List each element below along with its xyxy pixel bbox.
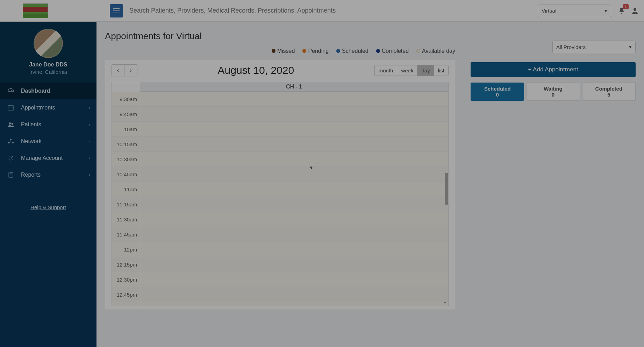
svg-point-2 [9,122,11,125]
calendar-view-switch: month week day list [374,65,449,76]
time-cell[interactable] [140,257,448,272]
calendar-prev-button[interactable]: ‹ [112,65,124,76]
tab-waiting[interactable]: Waiting 0 [526,83,580,101]
sidebar-item-dashboard[interactable]: Dashboard [0,83,96,99]
profile-location: Irvine, California [3,69,93,75]
time-row[interactable]: 12:45pm [112,287,448,302]
time-cell[interactable] [140,287,448,302]
user-icon [631,7,638,15]
scroll-down-icon[interactable]: ▼ [442,300,448,306]
chevron-left-icon: ‹ [89,122,90,127]
legend-missed: Missed [272,48,295,54]
scrollbar-thumb[interactable] [445,173,448,205]
svg-point-7 [10,157,12,159]
network-icon [8,139,16,144]
status-tabs: Scheduled 0 Waiting 0 Completed 5 [471,83,636,101]
mouse-cursor-icon [309,162,314,169]
providers-select[interactable]: All Providers ▾ [552,41,636,53]
sidebar-item-label: Appointments [21,105,55,111]
time-row[interactable]: 10am [112,122,448,137]
time-row[interactable]: 9:45am [112,107,448,122]
sidebar-item-network[interactable]: Network ‹ [0,133,96,150]
sidebar-item-manage-account[interactable]: Manage Account ‹ [0,150,96,167]
appointments-icon [8,105,16,111]
time-row[interactable]: 11am [112,182,448,197]
time-cell[interactable] [140,152,448,167]
time-cell[interactable] [140,212,448,227]
time-row[interactable]: 12pm [112,242,448,257]
sidebar-item-label: Network [21,138,42,144]
chevron-left-icon: ‹ [89,139,90,144]
time-row[interactable]: 11:15am [112,197,448,212]
calendar-next-button[interactable]: › [124,65,137,76]
sidebar-item-label: Dashboard [21,88,50,94]
time-cell[interactable] [140,302,448,306]
time-row[interactable]: 12:15pm [112,257,448,272]
sidebar: Jane Doe DDS Irvine, California Dashboar… [0,0,96,347]
notifications-button[interactable]: 1 [618,7,625,15]
help-support-link[interactable]: Help & Support [0,197,96,217]
menu-toggle-button[interactable] [110,4,123,17]
legend-scheduled: Scheduled [336,48,368,54]
calendar-date: August 10, 2020 [137,64,374,76]
time-row[interactable]: 11:30am [112,212,448,227]
sidebar-item-reports[interactable]: Reports ‹ [0,167,96,183]
sidebar-item-appointments[interactable]: Appointments ‹ [0,99,96,116]
time-label: 12:15pm [112,257,140,272]
notification-badge: 1 [623,4,629,9]
tab-count: 0 [528,92,578,98]
center-column: Appointments for Virtual Missed Pending … [105,22,455,340]
time-cell[interactable] [140,197,448,212]
sidebar-item-label: Patients [21,121,41,128]
calendar-body[interactable]: 9:30am9:45am10am10:15am10:30am10:45am11a… [112,92,448,306]
time-cell[interactable] [140,167,448,182]
view-month-button[interactable]: month [375,65,398,76]
time-cell[interactable] [140,272,448,287]
profile-block: Jane Doe DDS Irvine, California [0,22,96,83]
time-cell[interactable] [140,137,448,151]
view-week-button[interactable]: week [397,65,417,76]
right-column: All Providers ▾ + Add Appointment Schedu… [471,22,636,340]
time-label: 12:30pm [112,272,140,287]
time-row[interactable]: 12:30pm [112,272,448,287]
tab-completed[interactable]: Completed 5 [582,83,636,101]
user-menu-button[interactable] [631,7,638,15]
caret-down-icon: ▾ [604,8,607,14]
tab-label: Scheduled [472,86,522,92]
tab-scheduled[interactable]: Scheduled 0 [471,83,524,101]
sidebar-item-patients[interactable]: Patients ‹ [0,116,96,133]
svg-point-0 [634,8,636,11]
view-day-button[interactable]: day [417,65,434,76]
time-cell[interactable] [140,107,448,121]
tab-count: 5 [584,92,634,98]
time-row[interactable]: 10:45am [112,167,448,182]
app-root: Virtual ▾ 1 Jane Doe DDS Irvine, Califor… [0,0,644,347]
time-row[interactable]: 11:45am [112,227,448,242]
search-input[interactable] [129,7,538,14]
time-cell[interactable] [140,242,448,257]
providers-select-value: All Providers [556,44,586,50]
time-label: 10:45am [112,167,140,182]
time-row[interactable]: 10:15am [112,137,448,152]
view-list-button[interactable]: list [434,65,448,76]
legend-completed: Completed [376,48,409,54]
time-label: 10:15am [112,137,140,151]
time-row[interactable]: 9:30am [112,92,448,107]
profile-name: Jane Doe DDS [3,62,93,68]
time-cell[interactable] [140,227,448,242]
top-icons: 1 [618,7,638,15]
time-row[interactable]: 1pm [112,302,448,306]
time-label: 12pm [112,242,140,257]
sidebar-item-label: Reports [21,172,41,178]
time-cell[interactable] [140,92,448,106]
add-appointment-button[interactable]: + Add Appointment [471,62,636,77]
chevron-left-icon: ‹ [89,156,90,161]
time-cell[interactable] [140,182,448,197]
brand-logo [6,3,65,18]
calendar-nav-arrows: ‹ › [112,64,137,76]
time-cell[interactable] [140,122,448,136]
calendar-channel-header: CH - 1 [140,82,448,92]
chevron-left-icon: ‹ [89,105,90,110]
location-select[interactable]: Virtual ▾ [538,5,611,17]
time-row[interactable]: 10:30am [112,152,448,167]
